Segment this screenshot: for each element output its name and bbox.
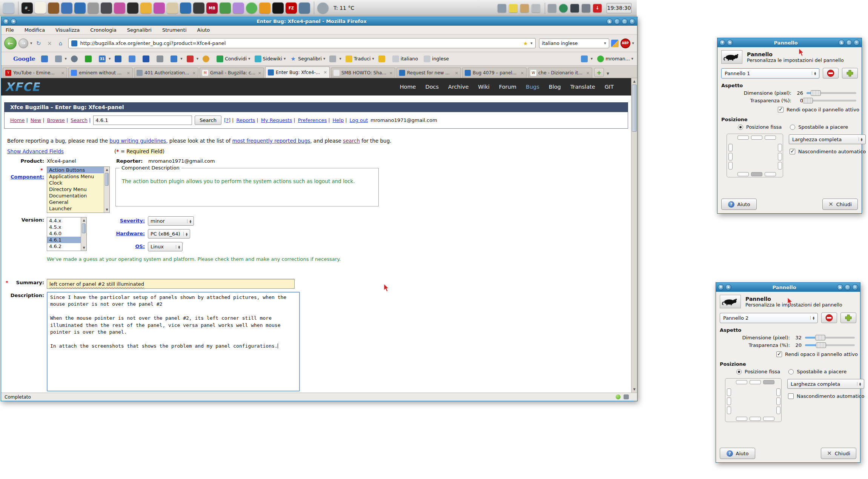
help-button[interactable]: ? Aiuto (721, 199, 757, 210)
position-right-top[interactable] (778, 144, 782, 151)
reload-button[interactable]: ↻ (34, 39, 43, 48)
tab-close-icon[interactable]: × (61, 71, 65, 75)
position-top-left[interactable] (737, 136, 749, 140)
bookmark-item[interactable] (157, 55, 166, 62)
quicklink[interactable]: Browse (47, 117, 68, 123)
url-dropdown-icon[interactable]: ▼ (530, 42, 532, 45)
component-label[interactable]: Component: (4, 174, 44, 180)
transparency-slider[interactable] (805, 344, 855, 346)
close-dialog-button[interactable]: ✕ Chiudi (822, 199, 858, 210)
menu-item[interactable]: Visualizza (55, 27, 80, 33)
bookmark-item[interactable]: Condividi ▼ (217, 55, 250, 62)
component-option[interactable]: Documentation (47, 193, 109, 199)
position-left-top[interactable] (728, 144, 733, 151)
position-bottom-right[interactable] (763, 417, 774, 421)
browser-tab[interactable]: Y YouTube - Emine... × (3, 68, 67, 78)
menu-item[interactable]: Strumenti (162, 27, 187, 33)
bookmark-item[interactable]: italiano (392, 55, 419, 62)
browser-tab[interactable]: W che - Dizionario it... × (528, 68, 592, 78)
quicklink[interactable]: Help (333, 117, 347, 123)
size-slider[interactable] (805, 337, 855, 339)
weather-icon[interactable] (317, 2, 329, 14)
tab-list-dropdown-icon[interactable]: ▼ (607, 72, 609, 75)
site-nav-link[interactable]: GIT (605, 84, 614, 90)
scroll-up-icon[interactable]: ▲ (631, 79, 637, 84)
position-left-middle[interactable] (728, 153, 733, 160)
maximize-button[interactable]: □ (845, 284, 851, 290)
menu-item[interactable]: Modifica (25, 27, 45, 33)
bookmark-item[interactable]: Sidewiki ▼ (255, 55, 286, 62)
ufo-icon[interactable] (101, 2, 112, 14)
bookmark-item[interactable] (85, 55, 95, 62)
bookmark-item[interactable]: ▼ (171, 55, 182, 62)
package-icon[interactable] (48, 2, 59, 14)
quicklink[interactable]: Preferences (298, 117, 330, 123)
picasa-icon[interactable] (140, 2, 152, 14)
removable-drive-tray-icon[interactable] (532, 4, 540, 12)
scroll-up-icon[interactable]: ▲ (81, 217, 87, 223)
bookmark-star-icon[interactable]: ★ (523, 40, 528, 46)
panel-selector[interactable]: Pannello 1▲▼ (721, 68, 819, 79)
component-listbox[interactable]: Action ButtonsApplications MenuClockDire… (47, 166, 110, 213)
bookmark-item[interactable]: ▼ (55, 55, 67, 62)
browser-tab[interactable]: Request for new ... × (396, 68, 461, 78)
firefox-titlebar[interactable]: ▼ ▪ Enter Bug: Xfce4-panel - Mozilla Fir… (1, 17, 637, 26)
position-bottom-left[interactable] (737, 172, 749, 176)
version-scrollbar[interactable]: ▲ ▼ (81, 217, 86, 251)
status-adblock-icon[interactable] (616, 394, 621, 399)
filezilla-icon[interactable]: FZ (286, 2, 297, 14)
panel-position-grid[interactable] (727, 134, 783, 177)
url-bar[interactable]: http://bugzilla.xfce.org/enter_bug.cgi?p… (68, 38, 535, 48)
tab-close-icon[interactable]: × (389, 71, 393, 75)
transparency-slider[interactable] (807, 100, 856, 102)
position-right-middle[interactable] (776, 397, 780, 405)
browser-tab[interactable]: 401 Authorization... × (134, 68, 198, 78)
help-button[interactable]: ? Aiuto (720, 448, 755, 459)
network-tray-icon[interactable] (559, 4, 568, 12)
bookmark-item[interactable] (143, 55, 152, 62)
position-left-middle[interactable] (727, 397, 731, 405)
position-right-bottom[interactable] (778, 162, 782, 169)
tab-close-icon[interactable]: × (324, 70, 327, 75)
add-panel-button[interactable] (840, 313, 856, 323)
dialog-titlebar[interactable]: ▼ ▪ Pannello ▲ □ × (717, 38, 862, 47)
scroll-down-icon[interactable]: ▼ (81, 245, 87, 251)
position-right-middle[interactable] (778, 153, 782, 160)
pirate-flag-icon[interactable] (272, 2, 284, 14)
position-top-center[interactable] (751, 136, 762, 140)
hardware-label[interactable]: Hardware: (107, 231, 145, 236)
window-menu-icon[interactable]: ▼ (718, 284, 724, 290)
java-icon[interactable] (180, 2, 191, 14)
forward-button[interactable]: → (18, 39, 28, 48)
maximize-button[interactable]: □ (622, 18, 628, 25)
update-notifier-tray-icon[interactable]: ↓ (593, 4, 602, 12)
menu-item[interactable]: File (6, 27, 14, 33)
close-button[interactable]: × (629, 18, 635, 25)
scroll-down-icon[interactable]: ▼ (104, 207, 110, 213)
gimp-icon[interactable] (88, 2, 99, 14)
window-pin-icon[interactable]: ▪ (725, 284, 731, 290)
window-pin-icon[interactable]: ▪ (11, 18, 17, 25)
site-nav-link[interactable]: Docs (426, 84, 439, 90)
summary-input[interactable]: left corner of panel #2 still illuminate… (47, 279, 295, 289)
display-tray-icon[interactable] (570, 4, 579, 12)
remove-panel-button[interactable] (823, 68, 839, 79)
video-editor-icon[interactable] (193, 2, 204, 14)
component-option[interactable]: Action Buttons (47, 167, 109, 173)
quick-search-input[interactable] (93, 116, 192, 125)
position-top-left[interactable] (736, 380, 747, 384)
xfce-logo[interactable]: XFCE (5, 80, 40, 94)
logout-link[interactable]: Log out (350, 117, 368, 123)
tab-close-icon[interactable]: × (521, 71, 524, 75)
description-textarea[interactable]: Since I have the particolar setup of pan… (47, 292, 300, 391)
bookmark-item[interactable] (115, 55, 124, 62)
browser-tab[interactable]: Bug 4079 – panel... × (462, 68, 527, 78)
os-label[interactable]: OS: (107, 243, 145, 249)
minimize-button[interactable]: _ (614, 18, 620, 25)
search-help-link[interactable]: [?] (224, 117, 234, 123)
bookmark-item[interactable]: inglese (424, 55, 450, 62)
bookmark-item[interactable] (129, 55, 138, 62)
tab-close-icon[interactable]: × (455, 71, 458, 75)
site-nav-link[interactable]: Wiki (478, 84, 489, 90)
position-bottom-left[interactable] (736, 417, 747, 421)
